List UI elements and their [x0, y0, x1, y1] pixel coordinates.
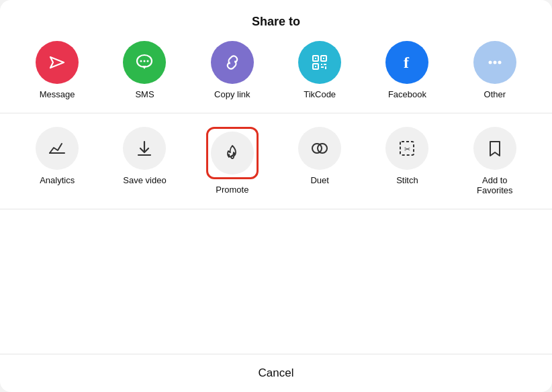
svg-point-19: [498, 61, 501, 64]
svg-point-17: [488, 61, 492, 64]
cancel-label: Cancel: [259, 366, 294, 379]
save-video-icon-circle: [123, 127, 166, 170]
add-favorites-label: Add toFavorites: [477, 175, 512, 195]
action-item-promote[interactable]: Promote: [202, 127, 263, 195]
stitch-icon-circle: ✂: [385, 127, 428, 170]
promote-icon-circle: [211, 132, 254, 175]
svg-rect-11: [315, 66, 316, 67]
share-item-sms[interactable]: SMS: [114, 41, 175, 99]
share-modal: Share to Message: [0, 0, 552, 392]
tikcode-icon-circle: [298, 41, 341, 84]
duet-icon: [310, 138, 330, 158]
svg-point-3: [144, 60, 146, 62]
svg-point-4: [147, 60, 149, 62]
share-item-facebook[interactable]: f Facebook: [377, 41, 437, 99]
svg-rect-14: [321, 66, 324, 68]
action-item-stitch[interactable]: ✂ Stitch: [377, 127, 437, 185]
message-label: Message: [40, 89, 75, 99]
svg-rect-12: [321, 64, 322, 65]
share-item-tikcode[interactable]: TikCode: [289, 41, 350, 99]
duet-label: Duet: [310, 175, 328, 185]
tikcode-icon: [308, 50, 332, 75]
svg-point-18: [493, 61, 496, 64]
facebook-label: Facebook: [388, 89, 426, 99]
message-icon: [46, 52, 68, 73]
other-label: Other: [484, 89, 506, 99]
analytics-label: Analytics: [40, 175, 75, 185]
cancel-section[interactable]: Cancel: [0, 354, 552, 392]
svg-text:f: f: [404, 54, 410, 71]
action-item-save-video[interactable]: Save video: [114, 127, 175, 185]
action-item-analytics[interactable]: Analytics: [27, 127, 87, 185]
svg-point-23: [231, 156, 234, 158]
copylink-icon: [221, 51, 244, 74]
stitch-label: Stitch: [396, 175, 418, 185]
share-item-other[interactable]: Other: [465, 41, 525, 99]
share-row: Message SMS: [0, 41, 552, 113]
promote-highlight-border: [206, 127, 259, 179]
svg-rect-15: [325, 66, 326, 69]
svg-marker-0: [50, 57, 64, 68]
svg-rect-7: [315, 58, 316, 59]
analytics-icon: [47, 138, 67, 158]
copylink-label: Copy link: [214, 89, 250, 99]
save-video-label: Save video: [123, 175, 166, 185]
sms-icon: [133, 51, 156, 74]
stitch-icon: ✂: [397, 138, 417, 158]
facebook-icon: f: [396, 51, 418, 74]
facebook-icon-circle: f: [385, 41, 428, 84]
add-favorites-icon-circle: [473, 127, 516, 170]
action-row: Analytics Save video: [0, 113, 552, 209]
message-icon-circle: [36, 41, 79, 84]
add-favorites-icon: [485, 138, 505, 158]
promote-icon: [222, 143, 242, 163]
duet-icon-circle: [298, 127, 341, 170]
divider-bottom: [0, 209, 552, 209]
action-item-add-favorites[interactable]: Add toFavorites: [465, 127, 525, 195]
analytics-icon-circle: [36, 127, 79, 170]
sms-label: SMS: [135, 89, 154, 99]
share-item-message[interactable]: Message: [27, 41, 87, 99]
copylink-icon-circle: [211, 41, 254, 84]
share-item-copylink[interactable]: Copy link: [202, 41, 263, 99]
other-icon: [484, 51, 506, 74]
svg-text:✂: ✂: [404, 145, 410, 153]
promote-label: Promote: [216, 185, 248, 195]
svg-rect-13: [324, 64, 326, 65]
save-video-icon: [134, 138, 154, 158]
svg-rect-9: [323, 58, 324, 59]
share-title: Share to: [0, 0, 552, 41]
other-icon-circle: [473, 41, 516, 84]
action-item-duet[interactable]: Duet: [289, 127, 350, 185]
svg-point-2: [140, 60, 142, 62]
sms-icon-circle: [123, 41, 166, 84]
tikcode-label: TikCode: [304, 89, 336, 99]
